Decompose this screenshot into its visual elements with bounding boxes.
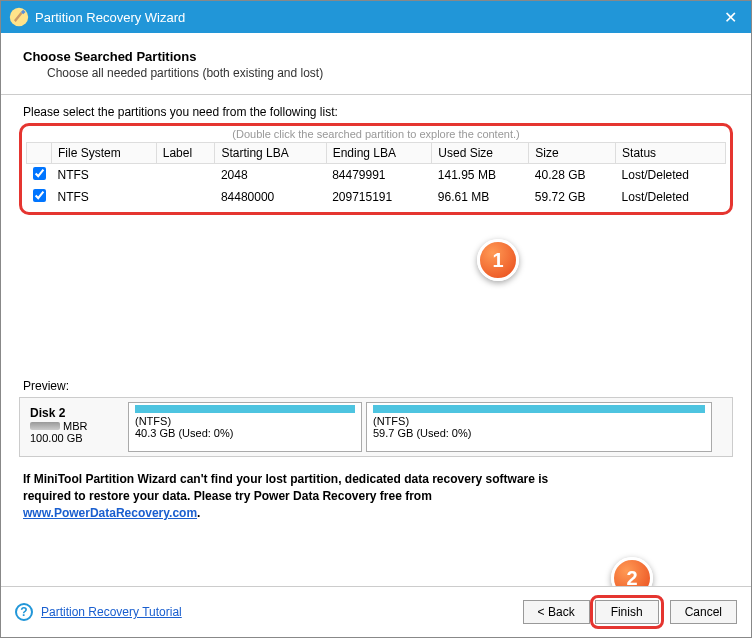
partition-block[interactable]: (NTFS) 59.7 GB (Used: 0%) xyxy=(366,402,712,452)
disk-icon xyxy=(30,422,60,430)
callout-badge-1: 1 xyxy=(477,239,519,281)
col-used-size[interactable]: Used Size xyxy=(432,143,529,164)
cell-label xyxy=(156,164,215,187)
preview-label: Preview: xyxy=(23,379,733,393)
app-icon xyxy=(9,7,29,27)
part-fs: (NTFS) xyxy=(373,415,705,427)
cell-used: 96.61 MB xyxy=(432,186,529,208)
cell-status: Lost/Deleted xyxy=(616,164,726,187)
part-detail: 59.7 GB (Used: 0%) xyxy=(373,427,705,439)
disk-name: Disk 2 xyxy=(30,406,65,420)
content-area: Choose Searched Partitions Choose all ne… xyxy=(1,33,751,521)
titlebar: Partition Recovery Wizard ✕ xyxy=(1,1,751,33)
window-title: Partition Recovery Wizard xyxy=(35,10,718,25)
partition-block[interactable]: (NTFS) 40.3 GB (Used: 0%) xyxy=(128,402,362,452)
table-empty-area xyxy=(19,215,733,365)
finish-highlight: Finish xyxy=(590,595,664,629)
col-ending-lba[interactable]: Ending LBA xyxy=(326,143,432,164)
recovery-note: If MiniTool Partition Wizard can't find … xyxy=(23,471,729,521)
col-size[interactable]: Size xyxy=(529,143,616,164)
tutorial-link[interactable]: Partition Recovery Tutorial xyxy=(41,605,517,619)
help-icon[interactable]: ? xyxy=(15,603,33,621)
partition-table-highlight: (Double click the searched partition to … xyxy=(19,123,733,215)
cell-end: 209715191 xyxy=(326,186,432,208)
table-row[interactable]: NTFS 84480000 209715191 96.61 MB 59.72 G… xyxy=(27,186,726,208)
col-starting-lba[interactable]: Starting LBA xyxy=(215,143,326,164)
table-hint: (Double click the searched partition to … xyxy=(26,128,726,140)
preview-bar: Disk 2 MBR 100.00 GB (NTFS) 40.3 GB (Use… xyxy=(19,397,733,457)
instruction-text: Please select the partitions you need fr… xyxy=(23,105,733,119)
cell-fs: NTFS xyxy=(52,186,157,208)
footer: ? Partition Recovery Tutorial < Back Fin… xyxy=(1,586,751,637)
row-checkbox[interactable] xyxy=(33,167,46,180)
cell-size: 40.28 GB xyxy=(529,164,616,187)
col-check[interactable] xyxy=(27,143,52,164)
back-button[interactable]: < Back xyxy=(523,600,590,624)
cell-start: 84480000 xyxy=(215,186,326,208)
col-label[interactable]: Label xyxy=(156,143,215,164)
partition-usage-bar xyxy=(373,405,705,413)
partition-table: File System Label Starting LBA Ending LB… xyxy=(26,142,726,208)
cell-start: 2048 xyxy=(215,164,326,187)
disk-size: 100.00 GB xyxy=(30,432,83,444)
partition-usage-bar xyxy=(135,405,355,413)
cell-status: Lost/Deleted xyxy=(616,186,726,208)
disk-type: MBR xyxy=(63,420,87,432)
finish-button[interactable]: Finish xyxy=(595,600,659,624)
cell-used: 141.95 MB xyxy=(432,164,529,187)
cell-size: 59.72 GB xyxy=(529,186,616,208)
cell-label xyxy=(156,186,215,208)
page-subheading: Choose all needed partitions (both exist… xyxy=(47,66,733,80)
table-row[interactable]: NTFS 2048 84479991 141.95 MB 40.28 GB Lo… xyxy=(27,164,726,187)
cell-fs: NTFS xyxy=(52,164,157,187)
cancel-button[interactable]: Cancel xyxy=(670,600,737,624)
wizard-window: Partition Recovery Wizard ✕ Choose Searc… xyxy=(0,0,752,638)
cell-end: 84479991 xyxy=(326,164,432,187)
part-detail: 40.3 GB (Used: 0%) xyxy=(135,427,355,439)
recovery-link[interactable]: www.PowerDataRecovery.com xyxy=(23,506,197,520)
col-status[interactable]: Status xyxy=(616,143,726,164)
col-filesystem[interactable]: File System xyxy=(52,143,157,164)
row-checkbox[interactable] xyxy=(33,189,46,202)
close-icon[interactable]: ✕ xyxy=(718,8,743,27)
page-heading: Choose Searched Partitions xyxy=(23,49,733,64)
part-fs: (NTFS) xyxy=(135,415,355,427)
disk-info: Disk 2 MBR 100.00 GB xyxy=(24,402,124,452)
